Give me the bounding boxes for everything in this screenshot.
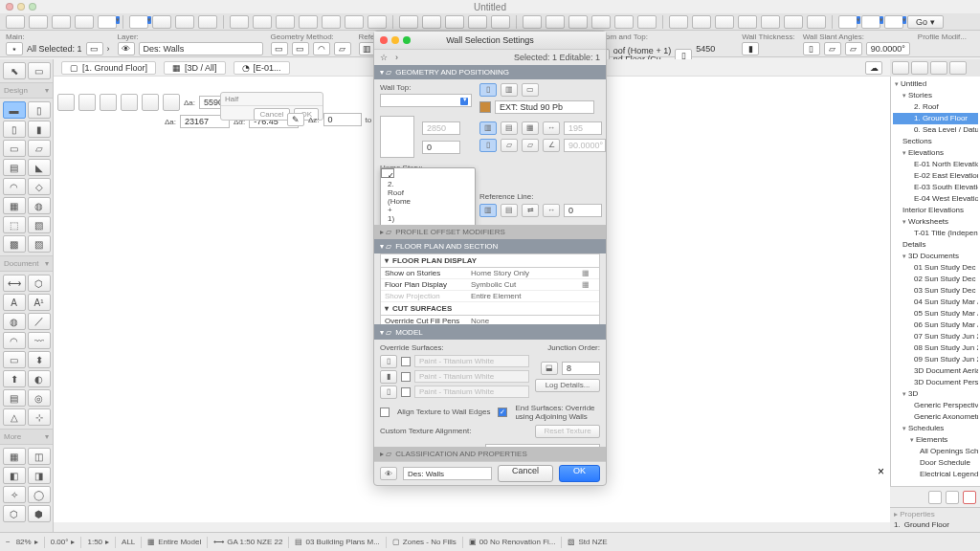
geom-arc-icon[interactable]: ◠: [313, 42, 330, 55]
cloud-icon[interactable]: ☁: [865, 61, 882, 75]
cancel-button[interactable]: Cancel: [498, 465, 553, 482]
tab-3d-all[interactable]: ▦[3D / All]: [164, 61, 226, 75]
fp-row-value[interactable]: Symbolic Cut: [471, 280, 582, 289]
end-surfaces-check[interactable]: [498, 408, 507, 417]
layer-select[interactable]: Des: Walls: [139, 42, 263, 55]
std-value[interactable]: Std NZE: [578, 538, 607, 546]
tree-worksheets[interactable]: Worksheets: [893, 216, 978, 228]
thickness-icon[interactable]: ▮: [742, 42, 759, 55]
geom-straight-icon[interactable]: ▭: [271, 42, 288, 55]
tree-3d[interactable]: 3D: [893, 388, 978, 400]
tool-dropdown[interactable]: [838, 15, 858, 29]
tool-dropdown[interactable]: [884, 15, 903, 29]
coord-btn[interactable]: [57, 94, 75, 111]
tool-icon[interactable]: [198, 15, 217, 29]
coord-btn[interactable]: [163, 94, 180, 111]
tree-elev-item[interactable]: E-04 West Elevation: [893, 193, 978, 205]
tree-elev-item[interactable]: E-01 North Elevation (: [893, 159, 978, 170]
tool-icon[interactable]: [669, 15, 688, 29]
tool-icon[interactable]: [422, 15, 441, 29]
tool-dropdown[interactable]: [98, 15, 117, 29]
tool-icon[interactable]: [738, 15, 757, 29]
wall-top-option[interactable]: Not Linked: [381, 223, 475, 225]
tool-icon[interactable]: [322, 15, 341, 29]
tool-more[interactable]: ◫: [28, 448, 51, 465]
wall-top-option[interactable]: 2. Roof (Home + 1): [381, 168, 394, 178]
tree-elev[interactable]: Elevations: [893, 147, 978, 159]
tree-elem-item[interactable]: Door Schedule: [893, 457, 978, 469]
surface-top-icon[interactable]: ▯: [380, 355, 397, 368]
refoffset-icon[interactable]: ↔: [543, 204, 560, 217]
tool-icon[interactable]: [784, 15, 803, 29]
tool-icon[interactable]: [368, 15, 387, 29]
tool-section[interactable]: ⬍: [28, 351, 51, 368]
coord-btn[interactable]: [142, 94, 159, 111]
tool-shell[interactable]: ◠: [3, 178, 26, 195]
refplane-icon[interactable]: ▤: [501, 121, 518, 135]
tool-icon[interactable]: [175, 15, 194, 29]
tree-elev-item[interactable]: E-03 South Elevation: [893, 182, 978, 193]
log-details-button[interactable]: Log Details...: [535, 379, 600, 392]
tool-worksheet[interactable]: ▤: [3, 389, 26, 407]
tool-arrow[interactable]: ⬉: [3, 62, 26, 79]
tool-drawing[interactable]: ▭: [3, 351, 26, 368]
tool-icon[interactable]: [692, 15, 711, 29]
tool-icon[interactable]: [52, 15, 71, 29]
struct-basic-icon[interactable]: ▯: [479, 83, 497, 97]
junction-field[interactable]: 8: [562, 362, 600, 375]
tool-more[interactable]: ▦: [3, 448, 26, 465]
tool-icon[interactable]: [468, 15, 487, 29]
tree-elem-item[interactable]: Electrical Legend: [893, 469, 978, 480]
nav-new-icon[interactable]: [928, 491, 942, 504]
surface-top-check[interactable]: [401, 357, 411, 366]
tool-icon[interactable]: [253, 15, 272, 29]
pencil-icon[interactable]: ✎: [287, 113, 304, 126]
coord-btn[interactable]: [121, 94, 138, 111]
tool-window[interactable]: ▯: [3, 121, 26, 138]
tool-curtain[interactable]: ▦: [3, 197, 26, 214]
tree-stories[interactable]: Stories: [893, 90, 978, 101]
tool-icon[interactable]: [761, 15, 780, 29]
tool-zone[interactable]: ▧: [28, 216, 51, 233]
tool-polyline[interactable]: 〰: [28, 332, 51, 349]
zoom-out-icon[interactable]: −: [6, 538, 11, 546]
tool-more[interactable]: ✧: [3, 486, 26, 503]
tree-elements[interactable]: Elements: [893, 434, 978, 446]
refplane-icon[interactable]: ▦: [522, 121, 539, 135]
surface-side-icon[interactable]: ▮: [380, 370, 397, 384]
section-floorplan[interactable]: ▾ ▱FLOOR PLAN AND SECTION: [374, 239, 606, 253]
tool-icon[interactable]: [345, 15, 364, 29]
tree-3ddoc-item[interactable]: 07 Sun Study Jun 22: [893, 331, 978, 342]
tree-3ddoc-item[interactable]: 03 Sun Study Dec 22: [893, 285, 978, 297]
tree-schedules[interactable]: Schedules: [893, 423, 978, 434]
bt-height[interactable]: 5450: [696, 42, 734, 55]
composite-swatch[interactable]: [479, 101, 491, 113]
nav-btn[interactable]: [911, 61, 928, 75]
tool-ie[interactable]: ◐: [28, 370, 51, 387]
layer-field[interactable]: Des: Walls: [403, 467, 492, 480]
tool-more[interactable]: ⬢: [28, 505, 51, 522]
refline-flip-icon[interactable]: ⇄: [522, 204, 539, 217]
refplane-icon[interactable]: ▥: [479, 121, 497, 135]
struct-composite-icon[interactable]: ▥: [501, 83, 518, 97]
layers-value[interactable]: 03 Building Plans M...: [305, 538, 379, 546]
struct-profile-icon[interactable]: ▭: [522, 83, 539, 97]
tool-icon[interactable]: [715, 15, 734, 29]
tool-marquee[interactable]: ▭: [28, 62, 51, 79]
zones-value[interactable]: Zones - No Fills: [403, 538, 457, 546]
nav-dup-icon[interactable]: [946, 491, 959, 504]
go-button[interactable]: Go ▾: [907, 15, 944, 29]
palette-header-more[interactable]: More▾: [0, 429, 53, 445]
scale-value[interactable]: 1:50: [87, 538, 102, 546]
geom-trap-icon[interactable]: ▱: [334, 42, 351, 55]
tool-wall[interactable]: ▬: [3, 101, 26, 119]
geom-chain-icon[interactable]: ▭: [292, 42, 309, 55]
reno-value[interactable]: 00 No Renovation Fi...: [479, 538, 556, 546]
tool-grid[interactable]: ⊹: [28, 408, 51, 426]
fp-display-header[interactable]: ▾ FLOOR PLAN DISPLAY: [381, 254, 599, 268]
tool-column[interactable]: ▮: [28, 121, 51, 138]
slant-icon[interactable]: ▯: [479, 139, 497, 152]
tool-icon[interactable]: [591, 15, 611, 29]
tool-fill[interactable]: ◍: [3, 313, 26, 330]
tree-sections[interactable]: Sections: [893, 136, 978, 147]
